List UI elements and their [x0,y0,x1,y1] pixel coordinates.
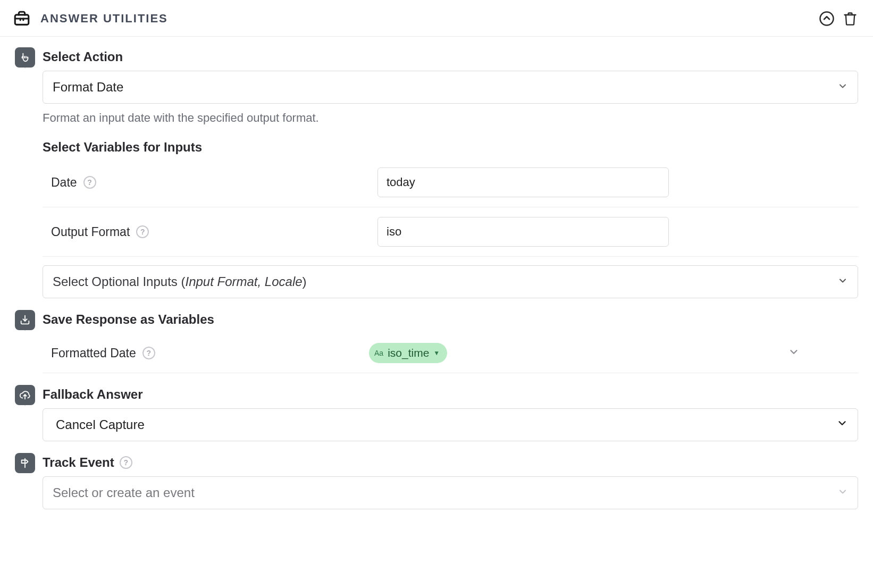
inputs-heading: Select Variables for Inputs [43,140,858,155]
cloud-upload-icon [19,389,31,401]
chevron-down-icon [837,274,848,289]
optional-prefix: Select Optional Inputs ( [53,274,185,289]
panel-title: ANSWER UTILITIES [40,12,168,26]
fallback-select[interactable]: Cancel Capture [43,408,858,441]
expand-row-button[interactable] [788,346,800,360]
action-select-value: Format Date [53,80,123,95]
save-response-step-icon [15,310,35,330]
chevron-down-icon [837,485,848,500]
track-event-placeholder: Select or create an event [53,485,195,500]
help-icon[interactable]: ? [83,176,96,189]
panel-header: ANSWER UTILITIES [0,0,873,37]
track-event-label-text: Track Event [43,455,114,470]
trash-icon [843,11,858,26]
track-event-step-icon [15,453,35,473]
toolbox-icon [13,10,31,28]
fallback-label: Fallback Answer [43,387,858,402]
help-icon[interactable]: ? [120,456,132,469]
track-event-select[interactable]: Select or create an event [43,476,858,509]
help-icon[interactable]: ? [136,225,149,238]
delete-button[interactable] [840,9,860,29]
download-icon [19,314,31,326]
optional-suffix: ) [303,274,307,289]
variable-chip[interactable]: Aa iso_time ▼ [369,343,447,363]
action-select[interactable]: Format Date [43,71,858,104]
save-row-label: Formatted Date [51,346,136,360]
save-response-label: Save Response as Variables [43,312,858,327]
chevron-up-circle-icon [819,11,835,27]
signpost-icon [19,457,31,469]
input-value-output-format[interactable] [377,217,669,247]
pointer-icon [19,52,31,63]
chevron-down-icon [788,346,800,358]
select-action-step-icon [15,47,35,68]
fallback-select-value: Cancel Capture [53,417,145,432]
fallback-step-icon [15,385,35,405]
variable-name: iso_time [388,347,429,359]
input-row-date: Date ? [43,158,858,207]
optional-italic: Input Format, Locale [185,274,302,289]
track-event-label: Track Event ? [43,455,858,470]
variable-type-icon: Aa [374,349,383,357]
input-label-date: Date [51,175,77,190]
optional-inputs-placeholder: Select Optional Inputs (Input Format, Lo… [53,274,307,289]
input-label-output-format: Output Format [51,225,130,239]
chevron-down-icon [836,417,848,432]
svg-rect-0 [15,15,29,24]
action-description: Format an input date with the specified … [43,111,858,125]
input-value-date[interactable] [377,167,669,197]
save-row-formatted-date: Formatted Date ? Aa iso_time ▼ [43,333,858,373]
collapse-button[interactable] [817,9,837,29]
select-action-label: Select Action [43,49,858,64]
help-icon[interactable]: ? [142,347,155,359]
svg-point-1 [820,12,834,26]
triangle-down-icon: ▼ [433,349,440,357]
optional-inputs-select[interactable]: Select Optional Inputs (Input Format, Lo… [43,265,858,298]
chevron-down-icon [837,80,848,95]
input-row-output-format: Output Format ? [43,207,858,257]
